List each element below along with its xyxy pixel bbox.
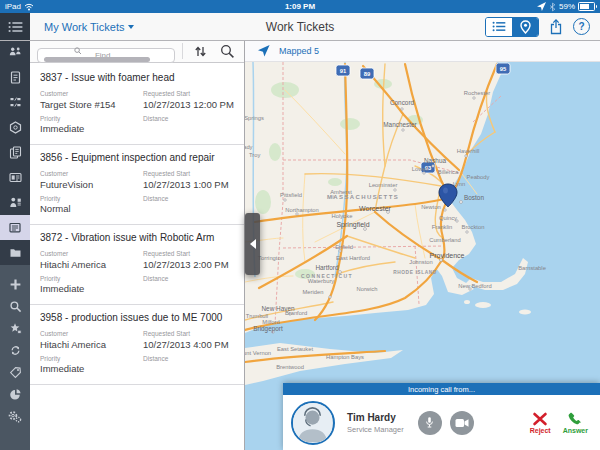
- sidebar-item-contacts[interactable]: [0, 165, 30, 190]
- sidebar-item-add[interactable]: [0, 273, 30, 295]
- map-view-button[interactable]: [512, 18, 538, 36]
- locate-arrow-icon[interactable]: [258, 45, 270, 57]
- sidebar-item-documents[interactable]: [0, 140, 30, 165]
- chevron-left-icon: [250, 239, 256, 249]
- island: [464, 300, 470, 304]
- sidebar-item-work-tickets[interactable]: [0, 215, 30, 240]
- svg-text:Brentwood: Brentwood: [276, 364, 304, 370]
- video-camera-icon: [455, 418, 469, 428]
- svg-text:Johnston: Johnston: [409, 259, 433, 265]
- svg-text:Nashua: Nashua: [424, 157, 446, 164]
- mute-mic-button[interactable]: [418, 411, 442, 435]
- sidebar-item-tasks[interactable]: [0, 90, 30, 115]
- svg-text:Boston: Boston: [464, 194, 484, 201]
- svg-text:New Bedford: New Bedford: [458, 283, 492, 289]
- field-label: Requested Start: [143, 170, 236, 177]
- svg-text:Pittsfield: Pittsfield: [280, 192, 302, 198]
- list-view-icon: [492, 21, 506, 32]
- svg-text:Torrington: Torrington: [258, 255, 284, 261]
- video-button[interactable]: [450, 411, 474, 435]
- sort-button[interactable]: [190, 42, 210, 60]
- priority-value: Immediate: [40, 123, 143, 134]
- copy-documents-icon: [9, 146, 22, 159]
- requested-start-value: 10/27/2013 4:00 PM: [143, 339, 236, 350]
- sidebar-item-search[interactable]: [0, 295, 30, 317]
- caller-role: Service Manager: [347, 425, 404, 434]
- list-switcher-dropdown[interactable]: My Work Tickets: [44, 21, 134, 33]
- list-view-button[interactable]: [486, 18, 512, 36]
- folder-icon: [9, 246, 22, 259]
- svg-text:MASSACHUSETTS: MASSACHUSETTS: [327, 194, 399, 200]
- sidebar-item-tags[interactable]: [0, 361, 30, 383]
- sidebar: [0, 40, 30, 450]
- sidebar-top-section: [0, 40, 30, 265]
- svg-text:East Setauket: East Setauket: [277, 346, 313, 352]
- answer-call-button[interactable]: Answer: [563, 412, 588, 434]
- contact-card-icon: [9, 171, 22, 184]
- svg-text:East Hartford: East Hartford: [336, 255, 370, 261]
- distance-value: [143, 203, 236, 213]
- checklist-icon: [9, 96, 22, 109]
- svg-text:Bridgeport: Bridgeport: [253, 325, 283, 333]
- field-label: Customer: [40, 90, 143, 97]
- sidebar-item-settings[interactable]: [0, 405, 30, 427]
- ticket-title: 3856 - Equipment inspection and repair: [40, 152, 236, 163]
- share-button[interactable]: [548, 19, 564, 35]
- ticket-title: 3872 - Vibration issue with Robotic Arm: [40, 232, 236, 243]
- distance-value: [143, 283, 236, 293]
- invoice-document-icon: [9, 71, 22, 84]
- svg-text:Hampton Bays: Hampton Bays: [326, 354, 364, 360]
- svg-text:Meriden: Meriden: [303, 289, 324, 295]
- ticket-title: 3837 - Issue with foamer head: [40, 72, 236, 83]
- scrollbar-thumb[interactable]: [44, 57, 150, 62]
- ticket-row[interactable]: 3837 - Issue with foamer head Customer T…: [30, 63, 244, 145]
- caller-avatar: [291, 401, 335, 445]
- svg-text:Haverhill: Haverhill: [457, 148, 480, 154]
- field-label: Priority: [40, 275, 143, 282]
- search-icon: [9, 300, 22, 313]
- reject-call-button[interactable]: Reject: [530, 412, 551, 434]
- svg-text:Hartford: Hartford: [315, 264, 339, 271]
- customer-value: Hitachi America: [40, 339, 143, 350]
- sidebar-menu-button[interactable]: [0, 13, 30, 40]
- battery-icon: [578, 2, 595, 11]
- field-label: Priority: [40, 115, 143, 122]
- people-icon: [8, 46, 22, 59]
- sidebar-item-files[interactable]: [0, 240, 30, 265]
- sync-arrows-icon: [9, 344, 22, 357]
- svg-text:Enfield: Enfield: [335, 244, 353, 250]
- sidebar-item-sync[interactable]: [0, 339, 30, 361]
- mapped-count-label: Mapped 5: [279, 46, 319, 56]
- priority-value: Immediate: [40, 363, 143, 374]
- sidebar-item-analytics[interactable]: [0, 383, 30, 405]
- list-menu-icon: [8, 21, 23, 33]
- gears-icon: [8, 410, 22, 423]
- svg-text:Billerica: Billerica: [438, 169, 459, 175]
- svg-text:Lowell: Lowell: [412, 166, 428, 172]
- wifi-icon: [24, 3, 34, 11]
- ticket-list-pane: 3837 - Issue with foamer head Customer T…: [30, 40, 245, 450]
- sidebar-item-parts[interactable]: [0, 115, 30, 140]
- field-label: Distance: [143, 195, 236, 202]
- sidebar-item-assignments[interactable]: [0, 190, 30, 215]
- ticket-row[interactable]: 3856 - Equipment inspection and repair C…: [30, 145, 244, 225]
- ticket-row[interactable]: 3872 - Vibration issue with Robotic Arm …: [30, 225, 244, 305]
- answer-phone-icon: [567, 412, 583, 426]
- caller-name: Tim Hardy: [347, 412, 404, 423]
- svg-text:Concord: Concord: [390, 99, 415, 106]
- svg-text:RHODE ISLAND: RHODE ISLAND: [393, 270, 437, 275]
- search-button[interactable]: [217, 42, 237, 60]
- svg-text:CONNECTICUT: CONNECTICUT: [301, 273, 353, 279]
- sidebar-item-favorites[interactable]: [0, 317, 30, 339]
- sort-arrows-icon: [194, 45, 207, 58]
- sidebar-item-invoices[interactable]: [0, 65, 30, 90]
- customer-value: FutureVision: [40, 179, 143, 190]
- svg-text:Providence: Providence: [429, 252, 464, 259]
- pane-collapse-handle[interactable]: [245, 213, 260, 275]
- help-button[interactable]: ?: [573, 18, 590, 35]
- ticket-row[interactable]: 3958 - production issues due to ME 7000 …: [30, 305, 244, 385]
- svg-text:Quincy: Quincy: [439, 215, 457, 221]
- view-toggle: [485, 17, 539, 37]
- sidebar-item-accounts[interactable]: [0, 40, 30, 65]
- plus-icon: [9, 278, 22, 291]
